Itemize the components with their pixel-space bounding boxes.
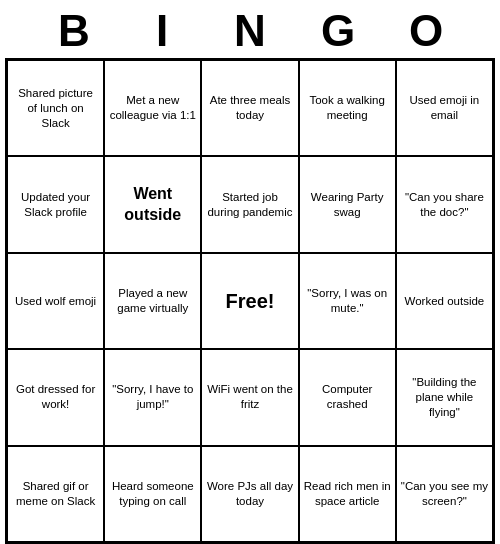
bingo-cell-21[interactable]: Heard someone typing on call — [104, 446, 201, 542]
bingo-cell-7[interactable]: Started job during pandemic — [201, 156, 298, 252]
bingo-cell-2[interactable]: Ate three meals today — [201, 60, 298, 156]
bingo-cell-0[interactable]: Shared picture of lunch on Slack — [7, 60, 104, 156]
bingo-letter-N: N — [206, 6, 294, 56]
bingo-letter-B: B — [30, 6, 118, 56]
bingo-letter-I: I — [118, 6, 206, 56]
bingo-grid: Shared picture of lunch on SlackMet a ne… — [5, 58, 495, 544]
bingo-cell-4[interactable]: Used emoji in email — [396, 60, 493, 156]
bingo-cell-12[interactable]: Free! — [201, 253, 298, 349]
bingo-cell-6[interactable]: Went outside — [104, 156, 201, 252]
bingo-cell-5[interactable]: Updated your Slack profile — [7, 156, 104, 252]
bingo-cell-16[interactable]: "Sorry, I have to jump!" — [104, 349, 201, 445]
bingo-cell-22[interactable]: Wore PJs all day today — [201, 446, 298, 542]
bingo-cell-3[interactable]: Took a walking meeting — [299, 60, 396, 156]
bingo-cell-8[interactable]: Wearing Party swag — [299, 156, 396, 252]
bingo-letter-O: O — [382, 6, 470, 56]
bingo-cell-24[interactable]: "Can you see my screen?" — [396, 446, 493, 542]
bingo-cell-13[interactable]: "Sorry, I was on mute." — [299, 253, 396, 349]
bingo-cell-1[interactable]: Met a new colleague via 1:1 — [104, 60, 201, 156]
bingo-cell-11[interactable]: Played a new game virtually — [104, 253, 201, 349]
bingo-cell-9[interactable]: "Can you share the doc?" — [396, 156, 493, 252]
bingo-letter-G: G — [294, 6, 382, 56]
bingo-cell-19[interactable]: "Building the plane while flying" — [396, 349, 493, 445]
bingo-cell-23[interactable]: Read rich men in space article — [299, 446, 396, 542]
bingo-cell-15[interactable]: Got dressed for work! — [7, 349, 104, 445]
bingo-cell-17[interactable]: WiFi went on the fritz — [201, 349, 298, 445]
bingo-cell-10[interactable]: Used wolf emoji — [7, 253, 104, 349]
bingo-cell-14[interactable]: Worked outside — [396, 253, 493, 349]
bingo-cell-20[interactable]: Shared gif or meme on Slack — [7, 446, 104, 542]
bingo-cell-18[interactable]: Computer crashed — [299, 349, 396, 445]
bingo-header: BINGO — [0, 0, 500, 58]
